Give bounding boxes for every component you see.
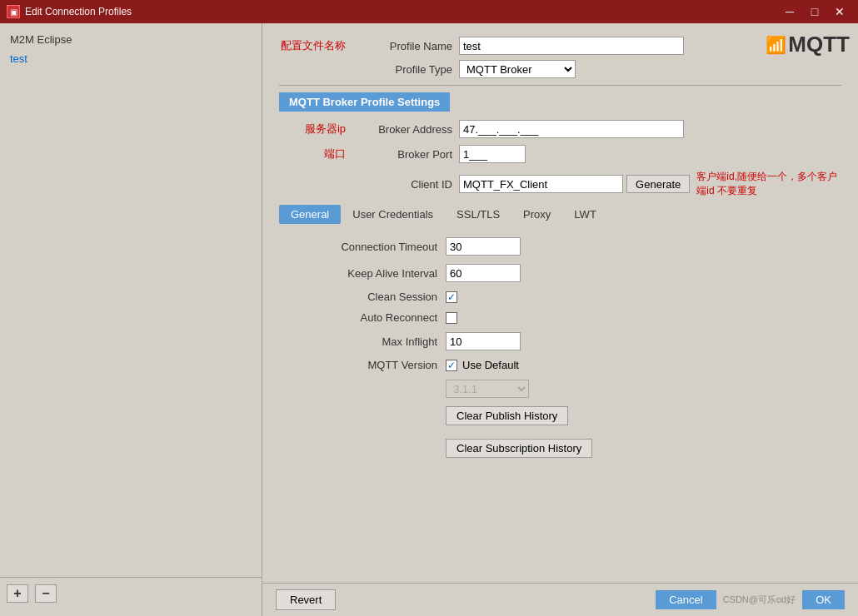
clean-session-checkbox[interactable]: ✓ <box>446 291 457 303</box>
csdn-watermark: CSDN@可乐od好 <box>723 594 796 606</box>
bottom-bar: Revert Cancel CSDN@可乐od好 OK <box>262 583 858 616</box>
minimize-button[interactable]: ─ <box>778 2 801 21</box>
cancel-button[interactable]: Cancel <box>656 590 716 609</box>
connection-timeout-row: Connection Timeout <box>296 237 841 256</box>
max-inflight-row: Max Inflight <box>296 332 841 350</box>
profile-type-select[interactable]: MQTT Broker <box>459 60 576 78</box>
keep-alive-label: Keep Alive Interval <box>296 267 437 280</box>
close-button[interactable]: ✕ <box>828 2 851 21</box>
bottom-right-buttons: Cancel CSDN@可乐od好 OK <box>656 590 845 609</box>
keep-alive-input[interactable] <box>446 264 521 282</box>
maximize-button[interactable]: □ <box>803 2 826 21</box>
use-default-checkbox[interactable]: ✓ <box>446 360 457 371</box>
section-header-row: MQTT Broker Profile Settings <box>279 92 841 112</box>
broker-port-input[interactable] <box>459 145 526 163</box>
max-inflight-input[interactable] <box>446 332 521 350</box>
max-inflight-label: Max Inflight <box>296 335 437 348</box>
clear-publish-button[interactable]: Clear Publish History <box>446 406 568 425</box>
auto-reconnect-row: Auto Reconnect <box>296 311 841 324</box>
main-layout: M2M Eclipse test + − 📶 MQTT 配置文件名称 Profi… <box>0 23 858 616</box>
version-dropdown-row: 3.1.1 <box>296 380 841 398</box>
clear-subscription-button[interactable]: Clear Subscription History <box>446 439 592 458</box>
connection-timeout-label: Connection Timeout <box>296 241 437 253</box>
broker-address-row: 服务器ip Broker Address <box>279 120 841 138</box>
content-area: 📶 MQTT 配置文件名称 Profile Name Profile Type … <box>262 23 858 616</box>
broker-address-input[interactable] <box>459 120 684 138</box>
clear-subscription-row: Clear Subscription History <box>296 439 841 463</box>
sidebar-item-test[interactable]: test <box>0 49 262 68</box>
client-id-label: Client ID <box>352 178 452 191</box>
ok-button[interactable]: OK <box>802 590 845 609</box>
clear-publish-row: Clear Publish History <box>296 406 841 430</box>
tab-proxy[interactable]: Proxy <box>511 205 562 224</box>
tab-user-credentials[interactable]: User Credentials <box>341 205 445 224</box>
profile-name-label: Profile Name <box>352 40 452 52</box>
mqtt-version-row: MQTT Version ✓ Use Default <box>296 359 841 371</box>
auto-reconnect-label: Auto Reconnect <box>296 311 437 324</box>
profile-type-row: Profile Type MQTT Broker <box>279 60 841 78</box>
use-default-label: Use Default <box>462 359 519 371</box>
profile-name-section: 配置文件名称 Profile Name <box>279 37 841 55</box>
broker-address-label: Broker Address <box>352 123 452 136</box>
sidebar: M2M Eclipse test + − <box>0 23 262 616</box>
titlebar: ▣ Edit Connection Profiles ─ □ ✕ <box>0 0 858 23</box>
app-icon: ▣ <box>7 5 20 18</box>
broker-port-label: Broker Port <box>352 148 452 161</box>
mqtt-version-select[interactable]: 3.1.1 <box>446 380 529 398</box>
profile-name-input[interactable] <box>459 37 684 55</box>
remove-profile-button[interactable]: − <box>35 584 57 603</box>
clean-session-row: Clean Session ✓ <box>296 291 841 303</box>
generate-button[interactable]: Generate <box>626 175 690 193</box>
mqtt-broker-profile-settings-button[interactable]: MQTT Broker Profile Settings <box>279 92 450 112</box>
tabs-bar: General User Credentials SSL/TLS Proxy L… <box>279 205 841 224</box>
sidebar-item-m2m[interactable]: M2M Eclipse <box>0 30 262 49</box>
broker-port-row: 端口 Broker Port <box>279 145 841 163</box>
connection-timeout-input[interactable] <box>446 237 521 256</box>
tab-general[interactable]: General <box>279 205 341 224</box>
client-id-input[interactable] <box>459 175 623 193</box>
profile-type-label: Profile Type <box>352 63 452 76</box>
mqtt-version-label: MQTT Version <box>296 359 437 371</box>
revert-button[interactable]: Revert <box>276 589 336 610</box>
sidebar-footer: + − <box>0 577 262 609</box>
annotation-server-ip: 服务器ip <box>279 122 346 137</box>
tab-ssl-tls[interactable]: SSL/TLS <box>445 205 511 224</box>
clean-session-label: Clean Session <box>296 291 437 303</box>
window-title: Edit Connection Profiles <box>25 6 778 17</box>
general-settings-form: Connection Timeout Keep Alive Interval C… <box>279 237 841 463</box>
add-profile-button[interactable]: + <box>7 584 28 603</box>
client-id-annotation: 客户端id,随便给一个，多个客户端id 不要重复 <box>696 170 841 198</box>
mqtt-version-controls: ✓ Use Default <box>446 359 519 371</box>
window-controls: ─ □ ✕ <box>778 2 851 21</box>
auto-reconnect-checkbox[interactable] <box>446 312 457 324</box>
client-id-row: Client ID Generate 客户端id,随便给一个，多个客户端id 不… <box>279 170 841 198</box>
keep-alive-row: Keep Alive Interval <box>296 264 841 282</box>
tab-lwt[interactable]: LWT <box>562 205 607 224</box>
separator-1 <box>279 85 841 86</box>
annotation-profile-name: 配置文件名称 <box>279 38 346 53</box>
annotation-port: 端口 <box>279 147 346 161</box>
